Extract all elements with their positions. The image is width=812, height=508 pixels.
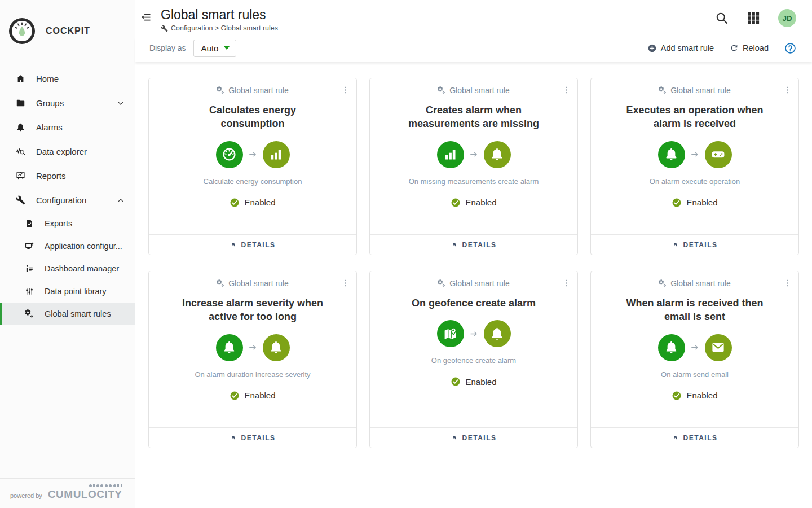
card-type: Global smart rule bbox=[149, 86, 356, 95]
collapse-navigator-button[interactable] bbox=[140, 10, 155, 25]
sidebar-item-data-point-library[interactable]: Data point library bbox=[0, 280, 135, 303]
rule-flow bbox=[591, 334, 798, 361]
details-button[interactable]: DETAILS bbox=[149, 234, 356, 255]
card-description: On alarm send email bbox=[591, 370, 798, 379]
status-label: Enabled bbox=[244, 391, 275, 400]
sidebar-item-label: Groups bbox=[36, 98, 64, 108]
jump-arrow-icon bbox=[451, 241, 458, 248]
search-button[interactable] bbox=[715, 11, 730, 25]
export-file-icon bbox=[25, 219, 34, 228]
kebab-icon bbox=[562, 85, 571, 95]
card-title: Increase alarm severity when active for … bbox=[180, 296, 325, 324]
display-as-value: Auto bbox=[201, 43, 219, 53]
sidebar-item-application-configuration[interactable]: Application configur... bbox=[0, 235, 135, 257]
data-explorer-icon bbox=[16, 147, 25, 156]
sidebar-item-dashboard-manager[interactable]: Dashboard manager bbox=[0, 257, 135, 280]
gears-icon bbox=[217, 86, 224, 94]
card-description: On geofence create alarm bbox=[370, 356, 577, 365]
sidebar: COCKPIT Home Groups Alarms Data explorer bbox=[0, 0, 135, 508]
search-icon bbox=[715, 11, 729, 25]
header-actions: JD bbox=[715, 9, 796, 27]
cumulocity-logo-pattern bbox=[89, 484, 122, 487]
help-button[interactable] bbox=[784, 42, 796, 54]
gears-icon bbox=[217, 279, 224, 287]
status-label: Enabled bbox=[244, 198, 275, 207]
app-switcher-button[interactable] bbox=[747, 11, 761, 25]
sidebar-item-label: Reports bbox=[36, 171, 66, 181]
display-as-label: Display as bbox=[149, 43, 186, 52]
trigger-circle bbox=[216, 141, 243, 168]
question-circle-icon bbox=[784, 42, 796, 54]
action-circle bbox=[705, 141, 732, 168]
sidebar-item-label: Dashboard manager bbox=[45, 264, 119, 273]
kebab-icon bbox=[783, 85, 792, 95]
reload-button[interactable]: Reload bbox=[730, 43, 769, 52]
bar-chart-icon bbox=[443, 147, 458, 162]
folder-icon bbox=[16, 98, 25, 108]
bell-icon bbox=[489, 326, 505, 341]
details-button[interactable]: DETAILS bbox=[370, 427, 577, 448]
trigger-circle bbox=[216, 334, 243, 361]
bell-icon bbox=[664, 340, 679, 355]
status-label: Enabled bbox=[465, 377, 496, 387]
status-label: Enabled bbox=[686, 198, 717, 207]
sidebar-item-configuration[interactable]: Configuration bbox=[0, 188, 135, 212]
card-menu-button[interactable] bbox=[783, 84, 794, 95]
smart-rule-card: Global smart rule Executes an operation … bbox=[590, 78, 799, 255]
status-label: Enabled bbox=[686, 391, 717, 400]
sidebar-item-home[interactable]: Home bbox=[0, 67, 135, 91]
sidebar-item-label: Global smart rules bbox=[45, 309, 111, 318]
arrow-right-icon bbox=[469, 150, 479, 159]
details-label: DETAILS bbox=[683, 434, 718, 442]
card-title: Creates alarm when measurements are miss… bbox=[401, 103, 546, 131]
sidebar-item-reports[interactable]: Reports bbox=[0, 164, 135, 188]
check-circle-icon bbox=[672, 198, 682, 208]
sidebar-item-label: Exports bbox=[45, 219, 72, 228]
card-menu-button[interactable] bbox=[562, 277, 573, 288]
card-type-label: Global smart rule bbox=[670, 279, 731, 288]
sidebar-item-data-explorer[interactable]: Data explorer bbox=[0, 139, 135, 164]
sidebar-item-alarms[interactable]: Alarms bbox=[0, 115, 135, 139]
sidebar-nav: Home Groups Alarms Data explorer Reports bbox=[0, 62, 135, 325]
card-type: Global smart rule bbox=[591, 279, 798, 288]
arrow-right-icon bbox=[248, 150, 258, 159]
smart-rule-card: Global smart rule When alarm is received… bbox=[590, 271, 799, 448]
card-type: Global smart rule bbox=[591, 86, 798, 95]
refresh-icon bbox=[730, 43, 739, 52]
rule-flow bbox=[149, 141, 356, 168]
kebab-icon bbox=[341, 85, 350, 95]
details-button[interactable]: DETAILS bbox=[370, 234, 577, 255]
sidebar-item-exports[interactable]: Exports bbox=[0, 212, 135, 235]
card-menu-button[interactable] bbox=[783, 277, 794, 288]
cockpit-gauge-logo-icon bbox=[8, 17, 36, 45]
details-label: DETAILS bbox=[462, 434, 497, 442]
sidebar-item-groups[interactable]: Groups bbox=[0, 91, 135, 115]
breadcrumb-text: Configuration > Global smart rules bbox=[171, 24, 278, 32]
display-as-select[interactable]: Auto bbox=[193, 40, 237, 57]
details-button[interactable]: DETAILS bbox=[591, 234, 798, 255]
details-label: DETAILS bbox=[241, 241, 276, 249]
bell-icon bbox=[222, 340, 237, 355]
card-type-label: Global smart rule bbox=[670, 86, 731, 95]
card-menu-button[interactable] bbox=[562, 84, 573, 95]
details-label: DETAILS bbox=[683, 241, 718, 249]
arrow-right-icon bbox=[690, 343, 700, 352]
add-smart-rule-button[interactable]: Add smart rule bbox=[647, 43, 714, 53]
card-menu-button[interactable] bbox=[341, 277, 352, 288]
reports-icon bbox=[16, 171, 25, 181]
action-circle bbox=[484, 320, 511, 347]
bell-icon bbox=[268, 340, 284, 355]
home-icon bbox=[16, 74, 25, 84]
action-bar-right: Add smart rule Reload bbox=[647, 42, 796, 54]
sidebar-item-label: Alarms bbox=[36, 122, 63, 132]
arrow-right-icon bbox=[248, 343, 258, 352]
details-button[interactable]: DETAILS bbox=[591, 427, 798, 448]
card-menu-button[interactable] bbox=[341, 84, 352, 95]
powered-by-label: powered by bbox=[10, 492, 42, 501]
card-title: Calculates energy consumption bbox=[180, 103, 325, 131]
user-avatar[interactable]: JD bbox=[778, 9, 796, 27]
details-button[interactable]: DETAILS bbox=[149, 427, 356, 448]
gears-icon bbox=[659, 86, 667, 94]
sidebar-item-global-smart-rules[interactable]: Global smart rules bbox=[0, 303, 135, 325]
kebab-icon bbox=[783, 278, 792, 288]
